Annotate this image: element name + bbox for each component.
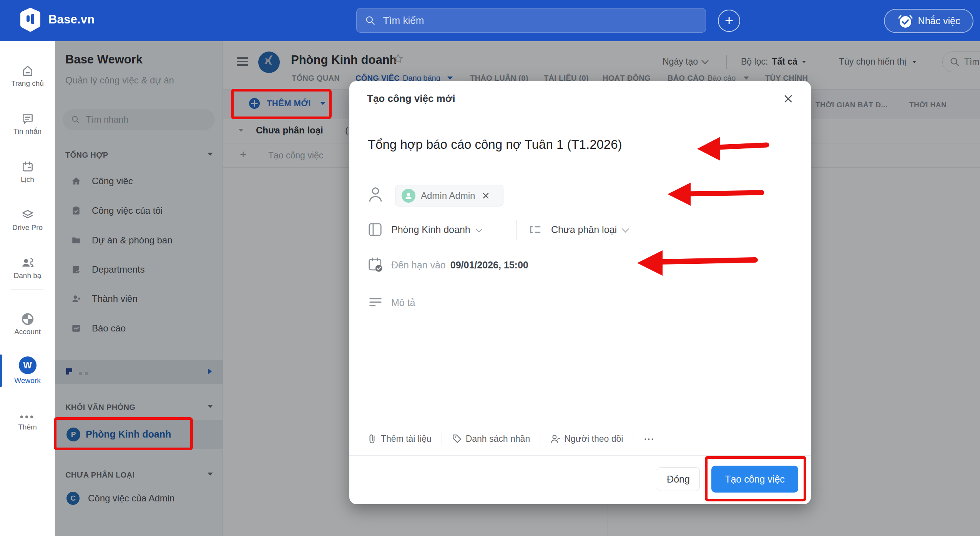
close-icon[interactable] — [783, 93, 794, 104]
category-value: Chưa phân loại — [551, 224, 617, 235]
modal-header-divider — [349, 117, 811, 117]
label-list-button[interactable]: Danh sách nhãn — [452, 434, 530, 444]
brand[interactable]: Base.vn — [19, 7, 95, 32]
quick-add-button[interactable]: + — [718, 10, 740, 32]
rail-item-more[interactable]: ••• Thêm — [0, 411, 55, 431]
rail-label: Danh bạ — [0, 271, 55, 280]
home-icon — [21, 64, 35, 78]
description-icon — [369, 296, 382, 310]
remove-assignee-icon[interactable] — [482, 192, 490, 200]
deadline-calendar-icon — [368, 256, 383, 273]
global-search[interactable] — [356, 8, 706, 33]
label-list-label: Danh sách nhãn — [466, 434, 530, 444]
attach-file-label: Thêm tài liệu — [381, 434, 432, 444]
rail-item-calendar[interactable]: Lịch — [0, 160, 55, 184]
alarm-check-icon — [897, 13, 914, 29]
rail-item-contacts[interactable]: Danh bạ — [0, 256, 55, 280]
assignee-avatar — [402, 189, 415, 203]
attach-file-button[interactable]: Thêm tài liệu — [367, 433, 432, 444]
footer-divider — [633, 432, 633, 445]
tag-icon — [452, 434, 462, 444]
footer-divider — [540, 432, 540, 445]
rail-divider — [11, 289, 44, 290]
annotation-box-add-new — [231, 89, 332, 119]
more-dots-icon: ••• — [20, 411, 35, 423]
brand-name: Base.vn — [48, 13, 95, 27]
account-icon — [21, 312, 35, 326]
contacts-icon — [21, 256, 35, 270]
annotation-box-phong-kinh-doanh — [54, 417, 193, 450]
category-icon — [528, 223, 542, 236]
rail-label: Thêm — [0, 423, 55, 431]
search-icon — [365, 15, 375, 26]
create-task-modal: Tạo công việc mới Tổng hợp báo cáo công … — [349, 81, 811, 504]
project-value: Phòng Kinh doanh — [391, 224, 470, 235]
annotation-box-create-task — [705, 456, 806, 501]
followers-button[interactable]: Người theo dõi — [550, 434, 623, 444]
modal-footer-divider — [349, 455, 811, 456]
drive-layers-icon — [21, 208, 35, 222]
reminder-label: Nhắc việc — [918, 15, 960, 27]
field-divider — [516, 220, 517, 240]
rail-label: Wework — [0, 376, 55, 385]
rail-item-home[interactable]: Trang chủ — [0, 64, 55, 88]
rail-item-drive[interactable]: Drive Pro — [0, 208, 55, 232]
assignee-chip[interactable]: Admin Admin — [395, 185, 503, 206]
rail-item-messages[interactable]: Tin nhắn — [0, 112, 55, 136]
category-dropdown[interactable]: Chưa phân loại — [551, 224, 628, 235]
assignee-icon — [368, 186, 383, 203]
description-placeholder[interactable]: Mô tả — [391, 297, 415, 308]
close-button[interactable]: Đóng — [657, 467, 700, 491]
modal-footer-actions: Thêm tài liệu Danh sách nhãn Người theo … — [367, 429, 654, 448]
modal-title: Tạo công việc mới — [367, 93, 455, 105]
paperclip-icon — [367, 433, 377, 444]
topbar: Base.vn + Nhắc việc — [0, 0, 980, 41]
chevron-down-icon — [475, 225, 482, 232]
app-rail: Trang chủ Tin nhắn Lịch Dr — [0, 41, 55, 536]
wework-icon: W — [19, 356, 37, 374]
chat-icon — [21, 112, 35, 126]
more-actions-button[interactable]: ⋯ — [643, 433, 654, 445]
rail-label: Lịch — [0, 175, 55, 184]
footer-divider — [442, 432, 442, 445]
rail-label: Account — [0, 328, 55, 336]
follower-person-icon — [550, 434, 560, 444]
chevron-down-icon — [622, 225, 629, 232]
followers-label: Người theo dõi — [564, 434, 623, 444]
reminder-button[interactable]: Nhắc việc — [884, 9, 973, 33]
deadline-field[interactable]: Đến hạn vào 09/01/2026, 15:00 — [391, 260, 528, 271]
assignee-name: Admin Admin — [421, 190, 475, 201]
person-icon — [404, 191, 413, 200]
rail-item-wework[interactable]: W Wework — [0, 356, 55, 385]
project-icon — [368, 222, 382, 237]
project-dropdown[interactable]: Phòng Kinh doanh — [391, 224, 482, 235]
task-title-input[interactable]: Tổng hợp báo cáo công nợ Tuân 1 (T1.2026… — [368, 137, 752, 152]
deadline-value: 09/01/2026, 15:00 — [450, 260, 528, 271]
rail-label: Tin nhắn — [0, 127, 55, 136]
app-root: Base.vn + Nhắc việc — [0, 0, 980, 536]
rail-label: Trang chủ — [0, 79, 55, 88]
base-logo-icon — [19, 7, 42, 32]
rail-item-account[interactable]: Account — [0, 312, 55, 336]
deadline-prefix: Đến hạn vào — [391, 260, 446, 271]
global-search-input[interactable] — [382, 14, 697, 27]
calendar-icon — [21, 160, 35, 174]
rail-label: Drive Pro — [0, 223, 55, 232]
